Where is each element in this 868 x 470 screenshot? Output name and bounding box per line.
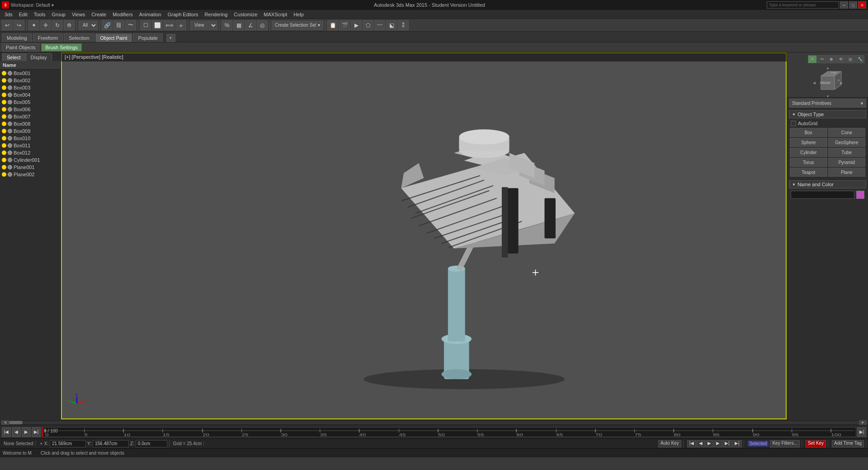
menu-views[interactable]: Views xyxy=(69,11,88,18)
search-input[interactable]: Type a keyword or phrase xyxy=(767,1,839,9)
add-time-tag-button[interactable]: Add Time Tag xyxy=(832,440,864,447)
menu-graph-editors[interactable]: Graph Editors xyxy=(165,11,201,18)
menu-group[interactable]: Group xyxy=(49,11,68,18)
auto-key-button[interactable]: Auto Key xyxy=(658,440,681,447)
object-name-input[interactable] xyxy=(791,191,854,199)
tab-populate[interactable]: Populate xyxy=(133,33,162,42)
redo-button[interactable]: ↪ xyxy=(14,20,24,30)
list-item[interactable]: Box010 xyxy=(0,135,61,142)
menu-create[interactable]: Create xyxy=(89,11,109,18)
list-item[interactable]: Box001 xyxy=(0,70,61,77)
menu-animation[interactable]: Animation xyxy=(137,11,164,18)
primitive-cylinder[interactable]: Cylinder xyxy=(790,148,827,157)
modify-panel-btn[interactable]: 〜 xyxy=(817,55,826,63)
timeline-end-btn[interactable]: ▶| xyxy=(857,427,866,437)
set-key-button[interactable]: Set Key xyxy=(806,440,826,447)
list-item[interactable]: Box011 xyxy=(0,142,61,149)
last-frame-btn[interactable]: ▶| xyxy=(732,440,742,447)
curve-editor-button[interactable]: 〰 xyxy=(374,20,385,30)
menu-edit[interactable]: Edit xyxy=(16,11,30,18)
timeline-bar[interactable]: 0 5 10 15 20 25 30 35 40 45 50 55 60 65 … xyxy=(42,427,856,437)
scroll-right-btn[interactable]: ▶ xyxy=(859,420,867,425)
menu-help[interactable]: Help xyxy=(291,11,307,18)
timeline-play-btn[interactable]: ▶ xyxy=(22,427,31,437)
primitive-plane[interactable]: Plane xyxy=(828,168,866,177)
close-button[interactable]: ✕ xyxy=(858,1,866,9)
list-item[interactable]: Plane001 xyxy=(0,164,61,171)
menu-3ds[interactable]: 3ds xyxy=(2,11,15,18)
scene-scrollbar[interactable]: ◀ ▶ xyxy=(0,419,868,425)
angle-snap-button[interactable]: ∠ xyxy=(245,20,256,30)
menu-rendering[interactable]: Rendering xyxy=(202,11,231,18)
primitive-tube[interactable]: Tube xyxy=(828,148,866,157)
menu-maxscript[interactable]: MAXScript xyxy=(261,11,290,18)
timeline-back-btn[interactable]: ◀ xyxy=(12,427,21,437)
layer-manager-button[interactable]: 📋 xyxy=(327,20,338,30)
list-item[interactable]: Box002 xyxy=(0,77,61,84)
list-item[interactable]: Box003 xyxy=(0,84,61,91)
list-item[interactable]: Cylinder001 xyxy=(0,156,61,164)
primitive-sphere[interactable]: Sphere xyxy=(790,138,827,147)
next-frame-btn[interactable]: ▶| xyxy=(722,440,732,447)
list-item[interactable]: Box008 xyxy=(0,120,61,127)
select-object-button[interactable]: ✦ xyxy=(28,20,39,30)
object-type-header[interactable]: ▼ Object Type xyxy=(789,110,866,118)
view-dropdown[interactable]: View xyxy=(190,21,217,30)
create-panel-btn[interactable]: + xyxy=(808,55,817,63)
key-filters-button[interactable]: Key Filters... xyxy=(770,440,800,447)
select-move-button[interactable]: ✛ xyxy=(40,20,51,30)
x-coordinate-input[interactable] xyxy=(50,440,86,447)
unlink-button[interactable]: ⛓ xyxy=(113,20,124,30)
z-coordinate-input[interactable] xyxy=(136,440,167,447)
primitive-box[interactable]: Box xyxy=(790,128,827,137)
material-editor-button[interactable]: ⬡ xyxy=(363,20,373,30)
mirror-button[interactable]: ⟺ xyxy=(164,20,175,30)
sub-tab-brush-settings[interactable]: Brush Settings xyxy=(41,43,82,52)
tab-freeform[interactable]: Freeform xyxy=(33,33,63,42)
tab-modeling[interactable]: Modeling xyxy=(2,33,32,42)
y-coordinate-input[interactable] xyxy=(93,440,129,447)
schematic-view-button[interactable]: ⬕ xyxy=(386,20,397,30)
sub-tab-paint-objects[interactable]: Paint Objects xyxy=(2,43,39,52)
list-item[interactable]: Box004 xyxy=(0,91,61,99)
name-color-header[interactable]: ▼ Name and Color xyxy=(789,180,866,188)
list-item[interactable]: Box009 xyxy=(0,127,61,135)
scene-view-tab-select[interactable]: Select xyxy=(2,53,26,61)
prev-key-btn[interactable]: ◀ xyxy=(697,440,705,447)
quick-render-button[interactable]: ▶ xyxy=(351,20,362,30)
align-button[interactable]: ⟛ xyxy=(175,20,186,30)
menu-tools[interactable]: Tools xyxy=(31,11,48,18)
menu-modifiers[interactable]: Modifiers xyxy=(110,11,136,18)
spinner-snap-button[interactable]: ◎ xyxy=(257,20,268,30)
snap-toggle-button[interactable]: ▦ xyxy=(233,20,244,30)
maximize-button[interactable]: □ xyxy=(849,1,857,9)
scrollbar-thumb[interactable] xyxy=(9,421,23,424)
undo-button[interactable]: ↩ xyxy=(2,20,13,30)
list-item[interactable]: Box006 xyxy=(0,106,61,113)
window-crossing-button[interactable]: ⬜ xyxy=(152,20,163,30)
timeline-prev-btn[interactable]: |◀ xyxy=(2,427,11,437)
hierarchy-panel-btn[interactable]: ⊕ xyxy=(827,55,836,63)
scene-view-tab-display[interactable]: Display xyxy=(26,53,52,61)
utilities-panel-btn[interactable]: 🔧 xyxy=(855,55,864,63)
create-selection-dropdown[interactable]: Create Selection Sel ▾ xyxy=(272,21,323,30)
autogrid-checkbox[interactable] xyxy=(791,121,796,126)
menu-customize[interactable]: Customize xyxy=(231,11,260,18)
primitive-cone[interactable]: Cone xyxy=(828,128,866,137)
list-item[interactable]: Box012 xyxy=(0,149,61,156)
select-scale-button[interactable]: ⟰ xyxy=(64,20,75,30)
motion-panel-btn[interactable]: ⟲ xyxy=(836,55,845,63)
primitive-teapot[interactable]: Teapot xyxy=(790,168,827,177)
primitive-torus[interactable]: Torus xyxy=(790,158,827,167)
scroll-left-btn[interactable]: ◀ xyxy=(1,420,9,425)
select-rotate-button[interactable]: ↻ xyxy=(52,20,63,30)
minimize-button[interactable]: ─ xyxy=(840,1,848,9)
display-panel-btn[interactable]: ◎ xyxy=(846,55,855,63)
primitive-geosphere[interactable]: GeoSphere xyxy=(828,138,866,147)
render-scene-button[interactable]: 🎬 xyxy=(339,20,350,30)
reference-coord-dropdown[interactable]: All xyxy=(79,21,98,30)
tab-selection[interactable]: Selection xyxy=(64,33,94,42)
viewport-area[interactable]: [+] [Perspective] [Realistic] xyxy=(61,52,787,419)
populate-dropdown-button[interactable]: ▾ xyxy=(166,34,175,42)
primitive-pyramid[interactable]: Pyramid xyxy=(828,158,866,167)
